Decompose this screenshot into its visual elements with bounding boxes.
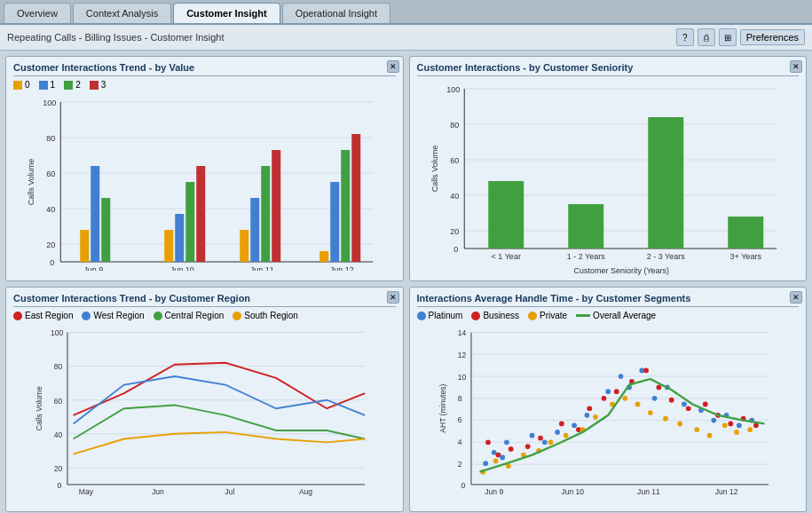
svg-text:2008: 2008 bbox=[94, 501, 113, 501]
chart-panel-bottom-left: Customer Interactions Trend - by Custome… bbox=[5, 287, 404, 512]
legend-item-central: Central Region bbox=[154, 311, 225, 320]
svg-rect-16 bbox=[101, 198, 110, 262]
svg-rect-50 bbox=[648, 117, 683, 249]
legend-label-business: Business bbox=[483, 311, 519, 320]
svg-rect-27 bbox=[341, 150, 350, 262]
svg-point-101 bbox=[572, 422, 577, 428]
legend-color-1 bbox=[39, 81, 48, 90]
svg-point-98 bbox=[529, 433, 534, 438]
svg-point-129 bbox=[685, 406, 690, 411]
svg-point-97 bbox=[504, 439, 509, 445]
svg-text:60: 60 bbox=[46, 170, 55, 178]
close-btn-top-left[interactable]: ✕ bbox=[387, 60, 399, 73]
svg-point-124 bbox=[613, 389, 619, 394]
svg-point-143 bbox=[593, 414, 598, 420]
svg-rect-24 bbox=[272, 150, 280, 262]
svg-text:Jun 10: Jun 10 bbox=[561, 487, 584, 496]
svg-rect-25 bbox=[319, 251, 328, 262]
svg-text:Calls Volume: Calls Volume bbox=[430, 146, 439, 193]
chart-svg-bottom-right: 14 12 10 8 6 4 2 0 AHT (minutes) bbox=[417, 324, 800, 501]
close-btn-bottom-right[interactable]: ✕ bbox=[790, 291, 802, 304]
svg-point-104 bbox=[618, 374, 623, 379]
svg-text:Jun 12: Jun 12 bbox=[330, 265, 354, 271]
print-icon-btn[interactable]: ⎙ bbox=[698, 28, 715, 46]
tab-customer[interactable]: Customer Insight bbox=[173, 3, 280, 23]
svg-point-146 bbox=[635, 402, 640, 407]
preferences-button[interactable]: Preferences bbox=[740, 29, 805, 45]
svg-point-141 bbox=[563, 433, 568, 438]
svg-text:2 - 3 Years: 2 - 3 Years bbox=[646, 252, 685, 261]
svg-text:12: 12 bbox=[457, 351, 466, 359]
svg-text:100: 100 bbox=[43, 99, 56, 107]
svg-text:Jun 12: Jun 12 bbox=[714, 487, 737, 496]
legend-item-3: 3 bbox=[90, 80, 106, 90]
svg-text:May: May bbox=[79, 487, 94, 496]
svg-point-149 bbox=[677, 422, 682, 427]
legend-label-1: 1 bbox=[51, 80, 56, 90]
tab-context[interactable]: Context Analysis bbox=[73, 3, 171, 23]
svg-text:80: 80 bbox=[54, 362, 63, 371]
help-icon-btn[interactable]: ? bbox=[676, 28, 694, 46]
legend-bottom-left: East Region West Region Central Region S… bbox=[13, 311, 396, 320]
legend-item-1: 1 bbox=[39, 80, 56, 90]
svg-rect-28 bbox=[351, 134, 360, 262]
legend-label-central: Central Region bbox=[165, 311, 225, 320]
svg-point-151 bbox=[706, 433, 712, 438]
svg-text:10: 10 bbox=[457, 373, 466, 382]
svg-point-118 bbox=[524, 444, 530, 449]
legend-item-platinum: Platinum bbox=[417, 311, 463, 320]
chart-panel-bottom-right: Interactions Average Handle Time - by Cu… bbox=[409, 287, 808, 512]
legend-label-east: East Region bbox=[25, 311, 73, 320]
svg-text:80: 80 bbox=[46, 134, 55, 143]
svg-text:Jun: Jun bbox=[152, 487, 164, 496]
chart-title-bottom-left: Customer Interactions Trend - by Custome… bbox=[13, 293, 396, 307]
chart-svg-top-left: 100 80 60 40 20 0 Calls Volume bbox=[13, 93, 396, 271]
legend-color-west bbox=[82, 312, 91, 320]
export-icon-btn[interactable]: ⊞ bbox=[719, 28, 737, 46]
chart-title-bottom-right: Interactions Average Handle Time - by Cu… bbox=[417, 293, 800, 307]
svg-point-100 bbox=[555, 430, 560, 435]
svg-text:80: 80 bbox=[450, 121, 459, 130]
tab-overview[interactable]: Overview bbox=[4, 3, 71, 23]
legend-top-left: 0 1 2 3 bbox=[13, 80, 396, 90]
legend-color-2 bbox=[64, 81, 73, 90]
legend-color-3 bbox=[90, 81, 99, 90]
svg-point-123 bbox=[601, 396, 606, 401]
breadcrumb: Repeating Calls - Billing Issues - Custo… bbox=[7, 32, 225, 43]
svg-rect-18 bbox=[175, 214, 184, 262]
legend-label-0: 0 bbox=[25, 80, 30, 90]
svg-point-116 bbox=[495, 453, 501, 458]
legend-item-0: 0 bbox=[13, 80, 30, 90]
legend-color-0 bbox=[13, 81, 22, 90]
svg-text:40: 40 bbox=[450, 192, 459, 201]
legend-label-3: 3 bbox=[101, 80, 106, 90]
svg-rect-20 bbox=[196, 166, 205, 262]
svg-text:20: 20 bbox=[46, 241, 55, 249]
svg-text:60: 60 bbox=[450, 156, 459, 165]
svg-point-127 bbox=[656, 385, 661, 391]
close-btn-top-right[interactable]: ✕ bbox=[790, 60, 802, 73]
svg-rect-51 bbox=[728, 217, 763, 249]
legend-label-west: West Region bbox=[93, 311, 144, 320]
legend-label-south: South Region bbox=[244, 311, 298, 320]
svg-point-153 bbox=[734, 430, 739, 435]
header-bar: Repeating Calls - Billing Issues - Custo… bbox=[0, 25, 812, 51]
legend-item-2: 2 bbox=[64, 80, 81, 90]
svg-point-109 bbox=[682, 402, 687, 407]
legend-label-2: 2 bbox=[75, 80, 81, 90]
tab-operational[interactable]: Operational Insight bbox=[282, 3, 390, 23]
svg-text:2: 2 bbox=[457, 460, 461, 469]
svg-rect-26 bbox=[330, 182, 339, 262]
svg-text:AHT (minutes): AHT (minutes) bbox=[438, 384, 447, 433]
svg-rect-19 bbox=[185, 182, 194, 262]
svg-point-94 bbox=[483, 461, 488, 466]
svg-point-147 bbox=[648, 410, 653, 415]
chart-svg-bottom-left: 100 80 60 40 20 0 Calls Volume May Jun bbox=[13, 324, 396, 501]
svg-text:0: 0 bbox=[453, 245, 458, 254]
svg-point-132 bbox=[728, 422, 733, 427]
svg-point-120 bbox=[559, 422, 564, 427]
legend-color-east bbox=[13, 312, 22, 320]
header-icons: ? ⎙ ⊞ Preferences bbox=[676, 28, 805, 46]
close-btn-bottom-left[interactable]: ✕ bbox=[387, 291, 399, 304]
svg-text:100: 100 bbox=[51, 328, 64, 337]
